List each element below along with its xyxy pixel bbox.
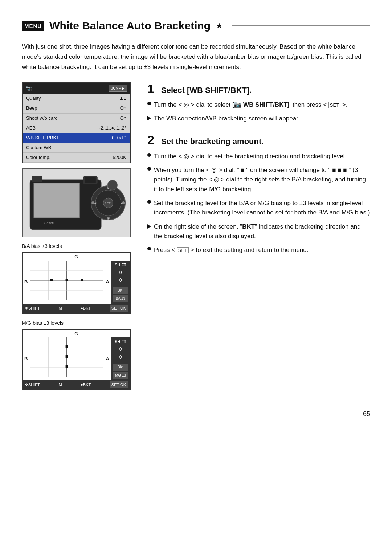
ba-bottom-bar: ❖SHIFT M ●BKT SET OK [23, 304, 130, 313]
svg-text:SET: SET [105, 201, 111, 205]
mg-left-label: B [23, 337, 29, 380]
quality-value: ▲L [119, 95, 126, 102]
shoot-value: On [120, 115, 126, 122]
menu-row-quality: Quality ▲L [23, 94, 130, 103]
jump-button: JUMP ▶ [109, 85, 127, 92]
menu-row-aeb: AEB -2..1..●..1..2* [23, 123, 130, 133]
bullet-triangle-icon-2 [147, 224, 151, 229]
step-1-block: 1 Select [WB SHIFT/BKT]. Turn the < ◎ > … [147, 82, 370, 124]
svg-rect-4 [32, 176, 42, 182]
ba-bkt-bottom: ●BKT [81, 305, 91, 311]
ba-right-label: A [104, 261, 111, 304]
intro-paragraph: With just one shot, three images having … [22, 42, 370, 72]
ba-bias-label: B/A bias ±3 levels [22, 242, 134, 250]
step-2-items: Turn the < ◎ > dial to set the bracketin… [147, 152, 370, 255]
step-1-item-1: Turn the < ◎ > dial to select [📷 WB SHIF… [147, 100, 370, 110]
ba-grid-container: G B [22, 252, 131, 314]
mg-bias-label: M/G bias ±3 levels [22, 319, 134, 327]
aeb-value: -2..1..●..1..2* [99, 124, 126, 132]
mg-right-panel: SHIFT 0 0 BKt MG ±3 [111, 337, 130, 380]
ba-grid-area: B [23, 261, 130, 304]
step-1-number: 1 [147, 82, 158, 95]
step-2-number: 2 [147, 134, 158, 146]
camera-svg: Canon SET ▲ ▼ ◀ ▶ [23, 169, 130, 237]
step-2-block: 2 Set the bracketing amount. Turn the < … [147, 134, 370, 255]
bullet-circle-icon-5 [147, 247, 151, 250]
svg-rect-20 [85, 177, 95, 183]
menu-row-beep: Beep On [23, 103, 130, 113]
camera-icon: 📷 [25, 85, 32, 93]
colortemp-label: Color temp. [26, 154, 50, 161]
menu-badge: MENU [22, 21, 44, 31]
ba-setok: SET OK [110, 305, 128, 312]
svg-rect-36 [66, 345, 68, 348]
mg-shift-val1: 0 [119, 354, 122, 361]
svg-rect-28 [66, 279, 68, 281]
bullet-circle-icon [147, 102, 151, 105]
title-divider [232, 25, 370, 26]
step-2-item-1: Turn the < ◎ > dial to set the bracketin… [147, 152, 370, 161]
svg-text:▼: ▼ [107, 217, 110, 220]
mg-top-label: G [23, 330, 130, 338]
step-2-item-4-text: On the right side of the screen, "BKT" i… [154, 222, 370, 241]
ba-left-label: B [23, 261, 29, 304]
ba-shift-label: SHIFT [115, 262, 126, 268]
mg-bkt-bottom: ●BKT [81, 382, 91, 388]
mg-shift-bottom: ❖SHIFT [25, 382, 40, 388]
svg-rect-29 [81, 279, 83, 281]
page-title: White Balance Auto Bracketing [49, 17, 211, 34]
step-1-item-2: The WB correction/WB bracketing screen w… [147, 114, 370, 123]
step-2-item-1-text: Turn the < ◎ > dial to set the bracketin… [154, 152, 370, 161]
mg-grid-area: B [23, 337, 130, 380]
step-2-item-2: When you turn the < ◎ > dial, " ■ " on t… [147, 165, 370, 194]
menu-rows: Quality ▲L Beep On Shoot w/o card On AEB… [23, 94, 130, 163]
main-content: 📷 JUMP ▶ Quality ▲L Beep On Shoot w/o ca… [22, 82, 370, 396]
mg-m-label: M [58, 382, 62, 388]
camera-menu-screenshot: 📷 JUMP ▶ Quality ▲L Beep On Shoot w/o ca… [22, 82, 131, 164]
step-2-item-3: Set the bracketing level for the B/A or … [147, 199, 370, 218]
mg-grid-inner: G B [23, 330, 130, 390]
wbshift-value: 0, 0/±0 [112, 134, 126, 142]
menu-row-customwb: Custom WB [23, 143, 130, 153]
step-1-title: Select [WB SHIFT/BKT]. [161, 84, 252, 97]
menu-row-shoot: Shoot w/o card On [23, 114, 130, 123]
step-1-header: 1 Select [WB SHIFT/BKT]. [147, 82, 370, 97]
ba-m-label: M [58, 305, 62, 311]
bullet-circle-icon-2 [147, 153, 151, 157]
quality-label: Quality [26, 95, 41, 102]
star-icon: ★ [216, 20, 223, 32]
mg-grid-container: G B [22, 329, 131, 391]
svg-rect-38 [66, 365, 68, 368]
svg-rect-37 [66, 355, 68, 358]
step-2-item-5: Press < SET > to exit the setting and re… [147, 245, 370, 255]
menu-header: 📷 JUMP ▶ [23, 83, 130, 94]
step-1-item-1-text: Turn the < ◎ > dial to select [📷 WB SHIF… [154, 100, 370, 110]
left-column: 📷 JUMP ▶ Quality ▲L Beep On Shoot w/o ca… [22, 82, 134, 396]
wbshift-label: WB SHIFT/BKT [26, 134, 59, 142]
ba-shift-val1: 0 [119, 277, 122, 284]
svg-rect-3 [34, 183, 79, 217]
customwb-label: Custom WB [26, 144, 51, 151]
ba-grid-inner: G B [23, 253, 130, 313]
svg-point-18 [107, 180, 117, 190]
mg-grid-canvas [29, 337, 104, 377]
aeb-label: AEB [26, 124, 36, 132]
mg-setok: SET OK [110, 381, 128, 388]
bullet-circle-icon-4 [147, 200, 151, 204]
step-2-header: 2 Set the bracketing amount. [147, 134, 370, 148]
ba-top-label: G [23, 253, 130, 261]
svg-text:◀: ◀ [94, 201, 97, 205]
ba-right-panel: SHIFT 0 0 BKt BA ±3 [111, 261, 130, 304]
mg-val-box: MG ±3 [113, 372, 128, 379]
ba-bkt-label: BKt [113, 287, 128, 294]
colortemp-value: 5200K [113, 154, 126, 161]
step-2-item-3-text: Set the bracketing level for the B/A or … [154, 199, 370, 218]
step-2-item-2-text: When you turn the < ◎ > dial, " ■ " on t… [154, 165, 370, 194]
mg-shift-val0: 0 [119, 346, 122, 353]
camera-image: Canon SET ▲ ▼ ◀ ▶ [22, 168, 131, 237]
mg-right-label: A [104, 337, 111, 380]
menu-row-wbshift: WB SHIFT/BKT 0, 0/±0 [23, 133, 130, 143]
ba-grid-canvas [29, 261, 104, 300]
right-column: 1 Select [WB SHIFT/BKT]. Turn the < ◎ > … [147, 82, 370, 265]
ba-shift-val0: 0 [119, 269, 122, 276]
